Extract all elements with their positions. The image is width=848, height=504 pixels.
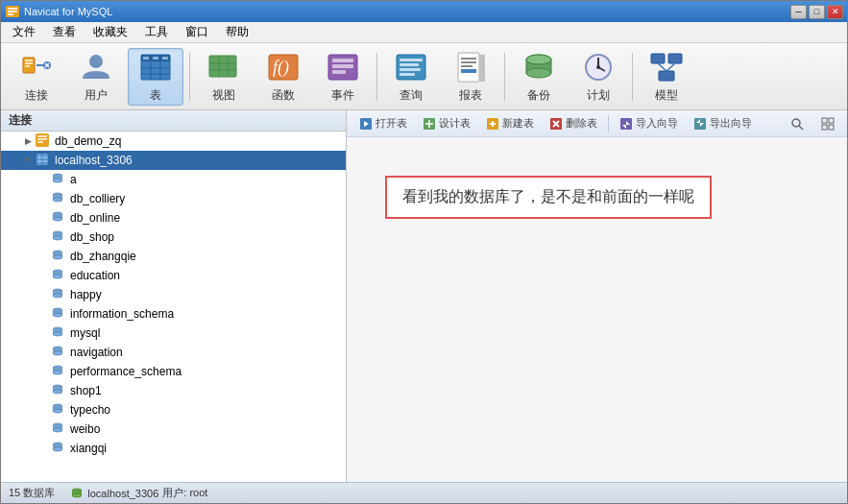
tree-area[interactable]: ▶ db_demo_zq ▼ <box>1 132 346 482</box>
menu-file[interactable]: 文件 <box>5 22 43 42</box>
export-wizard-icon <box>693 117 707 131</box>
tool-schedule-label: 计划 <box>587 87 610 104</box>
tool-report[interactable]: 报表 <box>443 48 498 106</box>
menu-tools[interactable]: 工具 <box>137 22 176 42</box>
tree-label: navigation <box>70 346 123 359</box>
menu-view[interactable]: 查看 <box>45 22 84 42</box>
svg-rect-37 <box>400 73 415 76</box>
svg-rect-20 <box>153 57 158 60</box>
event-icon <box>326 50 360 84</box>
search-button[interactable] <box>784 114 811 133</box>
delete-table-icon <box>549 117 563 131</box>
open-table-button[interactable]: 打开表 <box>352 113 414 133</box>
open-table-label: 打开表 <box>376 116 407 131</box>
toolbar-separator-2 <box>376 53 377 101</box>
tree-item-navigation[interactable]: navigation <box>1 343 346 362</box>
import-wizard-button[interactable]: 导入向导 <box>613 113 685 133</box>
tool-table[interactable]: 表 <box>128 48 183 106</box>
svg-rect-41 <box>461 61 476 63</box>
schedule-icon <box>581 50 616 84</box>
menu-help[interactable]: 帮助 <box>218 22 256 42</box>
tree-label: mysql <box>70 326 100 340</box>
grid-toggle-button[interactable] <box>814 114 841 133</box>
tool-backup[interactable]: 备份 <box>511 48 567 106</box>
svg-rect-22 <box>209 56 236 77</box>
svg-rect-52 <box>651 54 665 63</box>
tool-schedule[interactable]: 计划 <box>570 48 626 106</box>
import-wizard-label: 导入向导 <box>636 116 678 131</box>
maximize-button[interactable]: □ <box>809 5 825 19</box>
db-small-icon <box>51 191 66 206</box>
tree-item-db-online[interactable]: db_online <box>1 208 346 228</box>
window-title: Navicat for MySQL <box>24 6 112 17</box>
db-small-icon <box>51 306 66 322</box>
tree-item-db-zhangqie[interactable]: db_zhangqie <box>1 247 346 266</box>
tree-item-localhost[interactable]: ▼ localhost_3306 <box>1 151 346 170</box>
right-panel: 打开表 设计表 <box>347 110 847 482</box>
minimize-button[interactable]: ─ <box>790 5 807 19</box>
user-icon <box>79 50 113 84</box>
svg-rect-21 <box>162 57 168 60</box>
tree-item-db-demo-zq[interactable]: ▶ db_demo_zq <box>1 132 346 151</box>
svg-point-98 <box>53 371 62 374</box>
tree-item-education[interactable]: education <box>1 266 346 285</box>
db-small-icon <box>51 172 66 187</box>
tool-event[interactable]: 事件 <box>315 48 371 106</box>
status-connection-text: localhost_3306 <box>87 488 158 499</box>
tool-view[interactable]: 视图 <box>196 48 252 106</box>
db-small-icon <box>51 421 66 437</box>
design-table-label: 设计表 <box>439 116 471 131</box>
delete-table-button[interactable]: 删除表 <box>543 113 604 133</box>
tool-backup-label: 备份 <box>527 87 550 104</box>
tree-item-a[interactable]: a <box>1 170 346 189</box>
import-wizard-icon <box>619 117 633 131</box>
design-table-button[interactable]: 设计表 <box>416 113 477 133</box>
tool-user[interactable]: 用户 <box>68 48 124 106</box>
tree-label: performance_schema <box>70 365 182 378</box>
main-window: Navicat for MySQL ─ □ ✕ 文件 查看 收藏夹 工具 窗口 … <box>0 0 848 504</box>
close-button[interactable]: ✕ <box>827 5 843 19</box>
db-small-icon <box>51 364 66 379</box>
svg-rect-39 <box>479 55 485 82</box>
svg-point-107 <box>53 428 62 432</box>
tool-connect[interactable]: 连接 <box>9 48 64 106</box>
tree-item-shop1[interactable]: shop1 <box>1 381 346 400</box>
new-table-icon <box>486 117 499 131</box>
tree-item-db-colliery[interactable]: db_colliery <box>1 189 346 208</box>
annotation-text: 看到我的数据库了，是不是和前面的一样呢 <box>402 188 694 204</box>
tree-item-db-shop[interactable]: db_shop <box>1 228 346 247</box>
svg-rect-19 <box>143 57 149 60</box>
svg-rect-3 <box>8 13 13 15</box>
tool-connect-label: 连接 <box>25 87 48 104</box>
svg-rect-58 <box>37 135 47 137</box>
tree-item-weibo[interactable]: weibo <box>1 420 346 439</box>
tree-label: shop1 <box>70 384 102 397</box>
annotation-box: 看到我的数据库了，是不是和前面的一样呢 <box>385 176 712 219</box>
tree-item-happy[interactable]: happy <box>1 285 346 304</box>
db-small-icon <box>51 441 66 456</box>
tool-query[interactable]: 查询 <box>383 48 439 106</box>
export-wizard-button[interactable]: 导出向导 <box>687 113 759 133</box>
toolbar-separator-1 <box>189 53 190 101</box>
tree-item-xiangqi[interactable]: xiangqi <box>1 439 346 458</box>
menu-window[interactable]: 窗口 <box>178 22 216 42</box>
tree-item-information-schema[interactable]: information_schema <box>1 304 346 324</box>
main-area: 连接 ▶ db_demo_zq <box>1 110 847 482</box>
menu-favorites[interactable]: 收藏夹 <box>85 22 135 42</box>
tree-item-performance-schema[interactable]: performance_schema <box>1 362 346 381</box>
tool-function[interactable]: f() 函数 <box>255 48 311 106</box>
tool-model-label: 模型 <box>655 87 678 104</box>
tool-model[interactable]: 模型 <box>639 48 694 106</box>
new-table-button[interactable]: 新建表 <box>479 113 541 133</box>
svg-rect-53 <box>668 54 682 63</box>
tree-item-typecho[interactable]: typecho <box>1 400 346 420</box>
tree-item-mysql[interactable]: mysql <box>1 324 346 343</box>
right-content: 看到我的数据库了，是不是和前面的一样呢 <box>347 137 847 482</box>
tree-label: localhost_3306 <box>55 154 133 167</box>
svg-point-101 <box>53 390 62 394</box>
export-wizard-label: 导出向导 <box>710 116 752 131</box>
tool-table-label: 表 <box>150 87 161 104</box>
tool-event-label: 事件 <box>331 87 354 104</box>
tree-label: db_online <box>70 211 120 225</box>
svg-rect-54 <box>659 71 674 81</box>
